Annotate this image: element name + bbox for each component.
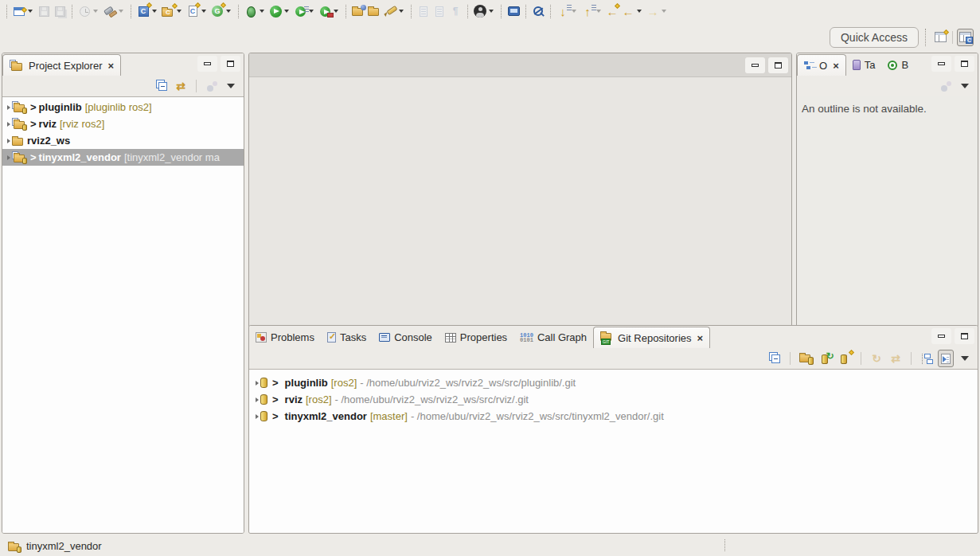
save-all-button[interactable] <box>52 2 68 20</box>
profile-button[interactable] <box>76 2 92 20</box>
previous-annotation-button[interactable]: ↑ <box>580 2 595 20</box>
last-edit-button[interactable] <box>416 2 431 20</box>
run-history-dropdown[interactable] <box>309 10 314 13</box>
maximize-button[interactable] <box>955 56 974 72</box>
tab-console[interactable]: Console <box>373 327 439 348</box>
next-annotation-dropdown[interactable] <box>572 10 576 13</box>
toggle-mark-dropdown[interactable] <box>399 10 404 13</box>
new-cpp-class-button[interactable]: C <box>135 2 151 20</box>
repo-row-rviz[interactable]: > rviz [ros2] - /home/ubu/rviz2_ws/rviz2… <box>249 391 978 408</box>
maximize-icon <box>961 61 968 67</box>
create-repository-button[interactable] <box>837 350 853 367</box>
back-button[interactable]: ← <box>620 2 636 20</box>
tab-tasks[interactable]: ✓ Tasks <box>321 327 373 348</box>
next-annotation-button[interactable]: ↓ <box>555 2 571 20</box>
previous-annotation-dropdown[interactable] <box>596 10 601 13</box>
forward-dropdown[interactable] <box>662 10 666 13</box>
close-icon[interactable]: × <box>107 60 114 72</box>
repo-row-pluginlib[interactable]: > pluginlib [ros2] - /home/ubu/rviz2_ws/… <box>249 374 978 391</box>
clone-repository-button[interactable]: ↻ <box>818 350 834 367</box>
show-whitespace-button[interactable]: ¶ <box>447 2 463 20</box>
forward-button[interactable]: → <box>645 2 661 20</box>
maximize-button[interactable] <box>768 57 788 73</box>
run-history-button[interactable] <box>292 2 308 20</box>
tab-problems[interactable]: Problems <box>249 327 321 348</box>
tree-row-pluginlib[interactable]: > pluginlib [pluginlib ros2] <box>2 99 244 116</box>
view-menu-button[interactable] <box>957 350 973 367</box>
collapse-all-button[interactable] <box>154 77 170 95</box>
quick-access-button[interactable]: Quick Access <box>830 27 919 48</box>
show-source-button[interactable] <box>431 2 447 20</box>
save-button[interactable] <box>36 2 52 20</box>
view-menu-button[interactable] <box>957 77 973 95</box>
toggle-mark-button[interactable] <box>382 2 398 20</box>
new-connection-dropdown[interactable] <box>226 10 231 13</box>
tree-row-rviz2-ws[interactable]: rviz2_ws <box>2 132 244 149</box>
expander-icon[interactable] <box>256 397 259 402</box>
tab-call-graph[interactable]: 10100101 Call Graph <box>513 327 593 348</box>
expander-icon[interactable] <box>256 414 259 419</box>
hierarchy-view-button[interactable] <box>919 350 935 367</box>
user-dropdown[interactable] <box>489 10 494 13</box>
tab-outline[interactable]: O × <box>797 54 846 76</box>
expander-icon[interactable] <box>7 122 10 127</box>
open-resource-button[interactable] <box>366 2 382 20</box>
minimize-button[interactable] <box>745 57 765 73</box>
open-perspective-button[interactable] <box>932 29 948 46</box>
run-icon <box>270 6 282 18</box>
external-tools-dropdown[interactable] <box>334 10 338 13</box>
maximize-button[interactable] <box>955 328 974 344</box>
build-dropdown[interactable] <box>119 10 123 13</box>
tab-git-repositories[interactable]: GIT Git Repositories × <box>593 327 710 348</box>
search-button[interactable] <box>530 2 546 20</box>
expander-icon[interactable] <box>7 155 10 160</box>
open-task-button[interactable] <box>350 2 366 20</box>
minimize-button[interactable] <box>931 328 951 344</box>
close-icon[interactable]: × <box>833 60 839 72</box>
tree-row-rviz[interactable]: > rviz [rviz ros2] <box>2 116 244 132</box>
new-wizard-dropdown[interactable] <box>28 10 33 13</box>
profile-dropdown[interactable] <box>93 10 98 13</box>
tab-breakpoints[interactable]: B <box>881 54 915 76</box>
terminal-button[interactable] <box>506 2 521 20</box>
add-repository-button[interactable] <box>798 350 815 367</box>
build-button[interactable] <box>101 2 118 20</box>
run-button[interactable] <box>267 2 283 20</box>
tab-project-explorer[interactable]: Project Explorer × <box>2 54 121 76</box>
expander-icon[interactable] <box>256 381 259 386</box>
cpp-perspective-button[interactable]: C <box>957 29 974 46</box>
new-c-file-dropdown[interactable] <box>201 10 206 13</box>
expander-icon[interactable] <box>7 139 10 143</box>
refresh-button[interactable]: ↻ <box>869 350 884 367</box>
debug-dropdown[interactable] <box>260 10 264 13</box>
new-wizard-button[interactable] <box>11 2 27 20</box>
minimize-button[interactable] <box>197 56 217 72</box>
new-c-project-button[interactable]: C <box>160 2 176 20</box>
last-edit-location-button[interactable]: ← <box>604 2 620 20</box>
tab-task-list[interactable]: Ta <box>846 54 882 76</box>
tab-properties[interactable]: Properties <box>439 327 513 348</box>
collapse-all-button[interactable] <box>767 350 783 367</box>
back-dropdown[interactable] <box>637 10 642 13</box>
new-c-file-button[interactable]: C <box>185 2 201 20</box>
view-menu-button[interactable] <box>223 77 239 95</box>
minimize-button[interactable] <box>931 56 951 72</box>
run-dropdown[interactable] <box>284 10 289 13</box>
new-connection-button[interactable]: G <box>209 2 225 20</box>
close-icon[interactable]: × <box>697 332 704 344</box>
repo-row-tinyxml2-vendor[interactable]: > tinyxml2_vendor [master] - /home/ubu/r… <box>249 408 978 425</box>
branch-view-button[interactable] <box>938 350 954 367</box>
external-tools-button[interactable] <box>317 2 333 20</box>
breakpoint-icon <box>888 61 897 70</box>
link-with-editor-button[interactable]: ⇄ <box>173 77 189 95</box>
new-cpp-class-dropdown[interactable] <box>152 10 157 13</box>
new-c-project-dropdown[interactable] <box>177 10 182 13</box>
user-button[interactable] <box>472 2 488 20</box>
expander-icon[interactable] <box>7 105 10 110</box>
working-set-button[interactable] <box>204 77 220 95</box>
debug-button[interactable] <box>243 2 259 20</box>
link-with-selection-button[interactable]: ⇄ <box>888 350 904 367</box>
maximize-button[interactable] <box>221 56 240 72</box>
working-set-button[interactable] <box>938 77 954 95</box>
tree-row-tinyxml2-vendor[interactable]: > tinyxml2_vendor [tinyxml2_vendor ma <box>2 149 244 166</box>
